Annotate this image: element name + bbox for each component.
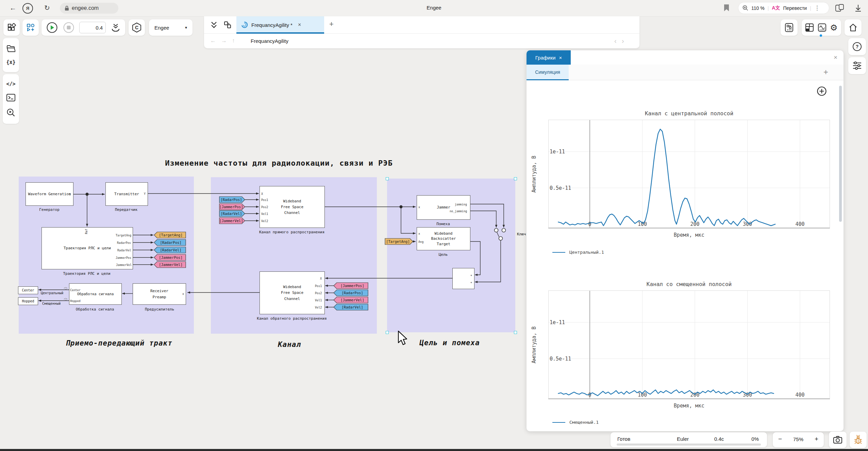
refresh-icon[interactable]: ↻ xyxy=(44,4,50,11)
zoom-pill: − 75% + xyxy=(773,432,824,447)
add-plot-button[interactable]: + xyxy=(823,67,828,77)
chart1-xlabel: Время, мкс xyxy=(548,232,830,238)
chart1-legend: Центральный.1 xyxy=(552,250,604,255)
mouse-cursor xyxy=(397,331,409,346)
breadcrumb-path[interactable]: FrequancyAgility xyxy=(251,38,288,44)
chevron-down-icon: ▾ xyxy=(185,25,187,30)
selection-handle[interactable] xyxy=(386,177,389,180)
variables-icon[interactable]: {x} xyxy=(6,59,15,65)
block-caption: Канал обратного распространения xyxy=(257,316,327,321)
file-browser-icon[interactable] xyxy=(6,45,15,52)
selection-handle[interactable] xyxy=(514,177,517,180)
status-progress: 0% xyxy=(751,436,759,442)
port-label: X xyxy=(320,277,322,280)
block-fwd-channel[interactable]: Wideband Free Space Channel xyxy=(260,186,325,228)
wire-label-center: Центральный xyxy=(41,291,63,295)
environment-select[interactable]: Engee ▾ xyxy=(149,19,193,36)
block-receiver[interactable]: Receiver Preamp xyxy=(133,283,186,305)
debug-button[interactable] xyxy=(850,432,867,448)
svg-text:0.5e-11: 0.5e-11 xyxy=(550,185,571,191)
port-label: Center xyxy=(70,289,81,292)
block-hopped-sink[interactable]: Hopped xyxy=(18,297,38,305)
diagram-title: Изменение частоты для радиолокации, связ… xyxy=(165,159,393,167)
collections-icon[interactable] xyxy=(835,4,844,12)
port-label: x xyxy=(182,293,184,296)
nav-up-icon[interactable]: ↑ xyxy=(232,37,235,44)
browser-zoom-level: 110 % xyxy=(751,5,765,11)
bookmark-icon[interactable] xyxy=(724,4,729,12)
selection-handle[interactable] xyxy=(386,331,389,334)
zoom-page-icon[interactable] xyxy=(742,5,748,11)
home-button[interactable] xyxy=(845,19,862,36)
add-block-button[interactable] xyxy=(22,19,39,36)
tab-simulation[interactable]: Симуляция xyxy=(527,65,569,80)
generate-c-code-button[interactable]: C xyxy=(129,19,145,36)
model-browser-button[interactable] xyxy=(781,19,798,36)
translate-button[interactable]: Перевести xyxy=(783,5,807,11)
run-controls-group xyxy=(41,19,125,36)
download-icon[interactable] xyxy=(854,4,862,12)
run-button[interactable] xyxy=(46,22,58,33)
scope-icon[interactable] xyxy=(818,23,827,32)
block-sum[interactable] xyxy=(452,268,474,289)
tab-frequancyagility[interactable]: FrequancyAgility * × xyxy=(236,16,324,33)
collapse-tabs-icon[interactable] xyxy=(210,21,218,29)
search-run-icon[interactable] xyxy=(6,108,15,117)
tabs-scroll-right-icon[interactable]: › xyxy=(622,37,624,45)
zoom-out-button[interactable]: − xyxy=(778,435,782,443)
zoom-in-button[interactable]: + xyxy=(815,435,818,443)
browser-back-icon[interactable]: ← xyxy=(10,4,16,11)
bottom-edge-bar xyxy=(0,449,868,451)
block-caption: Цель xyxy=(439,252,448,257)
compare-models-icon[interactable] xyxy=(224,21,231,29)
block-center-sink[interactable]: Center xyxy=(18,286,38,294)
stop-button[interactable] xyxy=(63,22,74,33)
screenshot-button[interactable] xyxy=(829,432,847,448)
help-button[interactable]: ? xyxy=(848,38,866,55)
port-label: x xyxy=(418,232,420,235)
status-solver: Euler xyxy=(677,436,689,442)
tabs-scroll-left-icon[interactable]: ‹ xyxy=(614,37,617,45)
export-model-icon[interactable] xyxy=(111,23,120,32)
library-browser-button[interactable] xyxy=(3,19,20,36)
nav-back-icon[interactable]: ← xyxy=(210,37,216,44)
panel-close-icon[interactable]: × xyxy=(834,54,837,61)
section-label-transceiver: Приемо-передающий тракт xyxy=(66,339,172,347)
plots-panel-tab-close-icon[interactable]: × xyxy=(559,55,562,61)
section-label-channel: Канал xyxy=(278,340,301,349)
chart1-plot[interactable]: 01002003004000.5e-111e-11 xyxy=(548,120,830,229)
terminal-icon[interactable] xyxy=(6,94,15,101)
port-label: Pos1 xyxy=(315,285,322,288)
legend-line-sample xyxy=(552,252,565,253)
panel-scrollbar[interactable] xyxy=(839,86,842,222)
sliders-icon xyxy=(852,61,862,70)
block-transmitter[interactable]: Transmitter xyxy=(105,182,148,206)
block-target[interactable]: Wideband Backscatter Target xyxy=(417,227,470,250)
gear-icon[interactable]: ⚙ xyxy=(830,23,837,32)
port-label: Pos1 xyxy=(261,199,268,202)
sum-plus: + xyxy=(470,274,472,277)
tab-close-icon[interactable]: × xyxy=(298,22,301,28)
chart2-plot[interactable]: 01002003004000.5e-111e-11 xyxy=(548,290,830,399)
block-waveform-generation[interactable]: Waveform Generation xyxy=(26,182,73,206)
block-jammer[interactable]: Jammer xyxy=(417,195,470,220)
port-label: no_jamming xyxy=(450,210,467,213)
selection-handle[interactable] xyxy=(514,331,517,334)
port-label: Hopped xyxy=(70,300,81,303)
yandex-browser-icon[interactable]: Я xyxy=(22,3,33,14)
port-label: Vel1 xyxy=(261,213,268,216)
new-tab-button[interactable]: + xyxy=(329,20,334,29)
plots-panel-tab[interactable]: Графики × xyxy=(527,50,571,65)
status-pill: Готов Euler 0.4c 0% xyxy=(611,432,767,447)
view-tools-group: ⚙ xyxy=(802,19,841,36)
wire-label-hopped: Смещенный xyxy=(42,302,61,305)
settings-sliders-button[interactable] xyxy=(848,57,866,74)
pill-menu-icon[interactable]: ⋮ xyxy=(814,4,820,12)
nav-forward-icon[interactable]: → xyxy=(221,37,227,44)
address-bar[interactable]: engee.com xyxy=(60,3,118,14)
sim-time-input[interactable] xyxy=(79,22,106,33)
layout-grid-icon[interactable] xyxy=(805,23,814,32)
svg-text:?: ? xyxy=(856,44,859,49)
plot-zoom-icon[interactable] xyxy=(816,86,827,97)
code-editor-icon[interactable]: </> xyxy=(6,81,15,87)
